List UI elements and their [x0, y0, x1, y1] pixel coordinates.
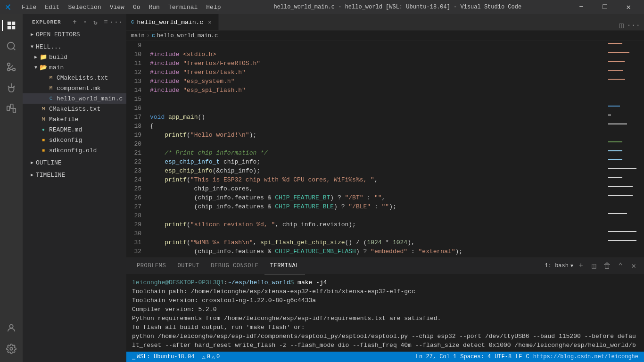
breadcrumb-filename[interactable]: hello_world_main.c [157, 33, 218, 39]
refresh-icon[interactable]: ↻ [91, 18, 100, 26]
close-panel-icon[interactable]: ✕ [628, 260, 639, 272]
activity-settings[interactable] [2, 339, 21, 358]
activity-explorer[interactable] [2, 16, 21, 35]
code-editor[interactable]: 910111213 1415161718 1920212223 24252627… [126, 41, 644, 257]
activity-bar [0, 14, 23, 362]
terminal-content[interactable]: leiconghe@DESKTOP-0P3L3Q1:~/esp/hello_wo… [126, 274, 644, 352]
minimize-button[interactable]: − [570, 0, 592, 14]
main-arrow: ▼ [32, 64, 40, 71]
svg-point-8 [10, 347, 13, 350]
status-encoding[interactable]: UTF-8 [493, 352, 513, 362]
terminal-line-6: To flash all build output, run 'make fla… [132, 323, 638, 332]
project-label: HELL... [36, 43, 62, 50]
status-spaces[interactable]: Spaces: 4 [458, 352, 493, 362]
terminal-line-5: Python requirements from /home/leiconghe… [132, 314, 638, 323]
terminal-line-4: Compiler version: 5.2.0 [132, 305, 638, 314]
open-editors-label: OPEN EDITORS [36, 31, 80, 38]
open-editors-header[interactable]: ▶ OPEN EDITORS [23, 29, 126, 40]
menu-run[interactable]: Run [145, 3, 163, 12]
explorer-title: EXPLORER [32, 19, 61, 25]
menu-selection[interactable]: Selection [64, 3, 105, 12]
new-folder-icon[interactable]: ▫ [81, 18, 90, 26]
tab-output[interactable]: OUTPUT [172, 258, 205, 274]
file-sdkconfig-old[interactable]: ▶ ■ sdkconfig.old [23, 145, 126, 156]
sdk-icon: ■ [40, 136, 47, 144]
menu-terminal[interactable]: Terminal [165, 3, 201, 12]
breadcrumb-main[interactable]: main [131, 33, 145, 39]
timeline-header[interactable]: ▶ TIMELINE [23, 170, 126, 180]
svg-rect-6 [13, 108, 16, 113]
maximize-button[interactable]: □ [594, 0, 616, 14]
kill-terminal-icon[interactable]: 🗑 [602, 260, 613, 272]
activity-account[interactable] [2, 319, 21, 337]
status-bar: ⎯ WSL: Ubuntu-18.04 ⚠ 0 △ 0 Ln 27, Col 1… [126, 352, 644, 362]
status-position[interactable]: Ln 27, Col 1 [414, 352, 458, 362]
activity-bottom [2, 319, 21, 362]
file-component-mk[interactable]: ▶ M component.mk [23, 83, 126, 93]
collapse-icon[interactable]: ≡ [102, 18, 110, 26]
split-editor-icon[interactable]: ◫ [619, 21, 624, 30]
terminal-line-3: Toolchain version: crosstool-ng-1.22.0-8… [132, 296, 638, 305]
project-header[interactable]: ▼ HELL... [23, 41, 126, 52]
activity-debug[interactable] [2, 78, 21, 97]
outline-section: ▶ OUTLINE [23, 156, 126, 169]
menu-help[interactable]: Help [202, 3, 224, 12]
tab-close-icon[interactable]: ✕ [206, 18, 214, 26]
tab-terminal[interactable]: TERMINAL [264, 258, 305, 274]
file-hello-world-main[interactable]: ▶ C hello_world_main.c [23, 93, 126, 104]
spaces-text: Spaces: 4 [460, 354, 491, 360]
window-controls-right: − □ ✕ [570, 0, 639, 14]
file-makefile[interactable]: ▶ M Makefile [23, 114, 126, 124]
status-wsl[interactable]: ⎯ WSL: Ubuntu-18.04 [130, 352, 196, 362]
menu-file[interactable]: File [18, 3, 40, 12]
menu-edit[interactable]: Edit [41, 3, 63, 12]
status-url[interactable]: https://blog.csdn.net/leiconghe [531, 352, 640, 362]
file-cmake-main[interactable]: ▶ M CMakeLists.txt [23, 73, 126, 83]
cmake-root-label: CMakeLists.txt [49, 106, 100, 113]
svg-point-1 [8, 63, 10, 66]
main-label: main [49, 64, 64, 71]
warning-icon: △ [212, 354, 215, 361]
bash-selector[interactable]: 1: bash ▼ [545, 263, 573, 269]
tab-problems[interactable]: PROBLEMS [131, 258, 172, 274]
new-file-icon[interactable]: + [71, 18, 79, 26]
add-terminal-icon[interactable]: + [575, 260, 586, 272]
file-cmake-root[interactable]: ▶ M CMakeLists.txt [23, 104, 126, 114]
term-dollar: $ [290, 279, 294, 286]
activity-source-control[interactable] [2, 58, 21, 76]
window-controls-left [5, 3, 12, 11]
menu-go[interactable]: Go [129, 3, 144, 12]
build-label: build [49, 54, 67, 61]
status-eol[interactable]: LF [513, 352, 524, 362]
code-content[interactable]: #include <stdio.h> #include "freertos/Fr… [145, 41, 606, 257]
more-options-icon[interactable]: ··· [112, 18, 121, 26]
language-text: C [526, 354, 529, 360]
status-errors[interactable]: ⚠ 0 △ 0 [200, 352, 222, 362]
menu-view[interactable]: View [106, 3, 128, 12]
tab-hello-world[interactable]: C hello_world_main.c ✕ [126, 14, 219, 30]
encoding-text: UTF-8 [495, 354, 512, 360]
split-terminal-icon[interactable]: ◫ [588, 260, 600, 272]
folder-main[interactable]: ▼ 📂 main [23, 62, 126, 73]
error-count: 0 [207, 354, 210, 360]
close-button[interactable]: ✕ [618, 0, 639, 14]
eol-text: LF [515, 354, 522, 360]
tab-debug-console[interactable]: DEBUG CONSOLE [205, 258, 264, 274]
file-sdkconfig[interactable]: ▶ ■ sdkconfig [23, 135, 126, 145]
remote-icon: ⎯ [132, 354, 135, 360]
outline-header[interactable]: ▶ OUTLINE [23, 157, 126, 168]
maximize-panel-icon[interactable]: ⌃ [615, 260, 626, 272]
cmake-icon: M [47, 74, 55, 82]
sdkconfig-label: sdkconfig [49, 137, 82, 144]
file-readme[interactable]: ▶ ● README.md [23, 124, 126, 135]
mk-icon: M [47, 84, 55, 92]
activity-search[interactable] [2, 37, 21, 56]
status-language[interactable]: C [524, 352, 531, 362]
title-bar: File Edit Selection View Go Run Terminal… [0, 0, 644, 14]
sidebar: EXPLORER + ▫ ↻ ≡ ··· ▶ OPEN EDITORS ▼ HE… [23, 14, 126, 362]
more-actions-icon[interactable]: ··· [627, 21, 640, 30]
activity-extensions[interactable] [2, 99, 21, 118]
makefile-icon: M [40, 115, 47, 123]
folder-build[interactable]: ▶ 📁 build [23, 52, 126, 62]
sdkconfig-old-label: sdkconfig.old [49, 147, 97, 154]
